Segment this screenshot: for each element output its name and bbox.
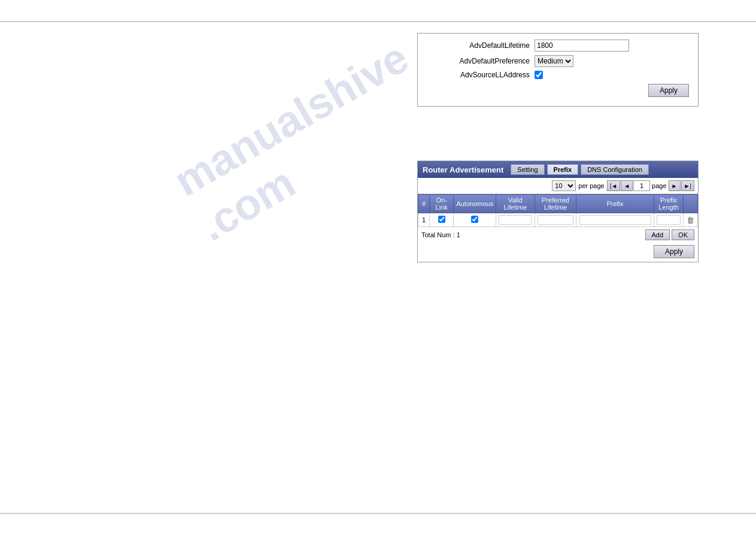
cell-prefix-length: [654, 213, 684, 227]
tab-setting[interactable]: Setting: [511, 164, 544, 175]
cell-preferred-lifetime: [535, 213, 576, 227]
delete-row-button[interactable]: 🗑: [687, 216, 694, 225]
ra-title: Router Advertisement: [423, 165, 503, 174]
adv-default-preference-select[interactable]: Low Medium High: [535, 55, 573, 67]
top-border: [0, 21, 756, 22]
cell-valid-lifetime: [496, 213, 535, 227]
valid-lifetime-input[interactable]: [499, 215, 532, 225]
adv-source-ll-address-row: AdvSourceLLAddress: [427, 71, 689, 79]
col-header-preferred-lifetime: Preferred Lifetime: [535, 195, 576, 213]
page-wrapper: manualshive.com AdvDefaultLifetime AdvDe…: [0, 0, 756, 535]
next-page-btn[interactable]: ►: [669, 180, 681, 191]
ra-apply-container: Apply: [418, 243, 698, 262]
ra-apply-button[interactable]: Apply: [654, 245, 694, 258]
per-page-label: per page: [578, 182, 604, 189]
preferred-lifetime-input[interactable]: [538, 215, 573, 225]
col-header-valid-lifetime: Valid Lifetime: [496, 195, 535, 213]
col-header-onlink: On-Link: [429, 195, 454, 213]
total-num-label: Total Num : 1: [421, 231, 645, 238]
ra-controls: 10 20 50 per page |◄ ◄ page ► ►|: [418, 178, 698, 194]
autonomous-checkbox[interactable]: [471, 216, 478, 223]
cell-action: 🗑: [684, 213, 698, 227]
adv-source-ll-address-checkbox[interactable]: [535, 71, 543, 79]
adv-default-preference-row: AdvDefaultPreference Low Medium High: [427, 55, 689, 67]
per-page-select[interactable]: 10 20 50: [552, 180, 576, 191]
adv-source-ll-address-label: AdvSourceLLAddress: [427, 71, 535, 79]
prev-page-btn[interactable]: ◄: [621, 180, 633, 191]
cell-prefix: [576, 213, 654, 227]
page-input[interactable]: [633, 180, 650, 191]
on-link-checkbox[interactable]: [438, 216, 445, 223]
settings-apply-container: Apply: [427, 84, 689, 97]
cell-autonomous: [454, 213, 496, 227]
col-header-prefix-length: Prefix Length: [654, 195, 684, 213]
watermark: manualshive.com: [165, 32, 443, 252]
col-header-num: #: [418, 195, 430, 213]
adv-default-lifetime-input[interactable]: [535, 40, 629, 52]
settings-apply-button[interactable]: Apply: [648, 84, 689, 97]
table-wrapper: # On-Link Autonomous Valid Lifetime Pref…: [418, 194, 698, 227]
adv-default-lifetime-label: AdvDefaultLifetime: [427, 41, 535, 50]
adv-default-lifetime-row: AdvDefaultLifetime: [427, 40, 689, 52]
prefix-length-input[interactable]: [657, 215, 681, 225]
settings-panel: AdvDefaultLifetime AdvDefaultPreference …: [417, 33, 699, 107]
table-row: 1 🗑: [418, 213, 698, 227]
tab-dns-configuration[interactable]: DNS Configuration: [581, 164, 649, 175]
add-button[interactable]: Add: [645, 229, 670, 240]
ra-footer-row: Total Num : 1 Add OK: [418, 227, 698, 243]
col-header-autonomous: Autonomous: [454, 195, 496, 213]
first-page-btn[interactable]: |◄: [607, 180, 621, 191]
ra-header: Router Advertisement Setting Prefix DNS …: [418, 161, 698, 178]
tab-prefix[interactable]: Prefix: [547, 164, 579, 175]
bottom-border: [0, 513, 756, 514]
prefix-input[interactable]: [579, 215, 651, 225]
cell-onlink: [429, 213, 454, 227]
adv-default-preference-label: AdvDefaultPreference: [427, 57, 535, 65]
cell-num: 1: [418, 213, 430, 227]
ok-button[interactable]: OK: [672, 229, 694, 240]
col-header-prefix: Prefix: [576, 195, 654, 213]
page-nav: |◄ ◄ page ► ►|: [607, 180, 694, 191]
col-header-action: [684, 195, 698, 213]
page-label: page: [652, 182, 666, 189]
ra-panel: Router Advertisement Setting Prefix DNS …: [417, 161, 699, 262]
last-page-btn[interactable]: ►|: [681, 180, 695, 191]
ra-table: # On-Link Autonomous Valid Lifetime Pref…: [418, 194, 698, 227]
